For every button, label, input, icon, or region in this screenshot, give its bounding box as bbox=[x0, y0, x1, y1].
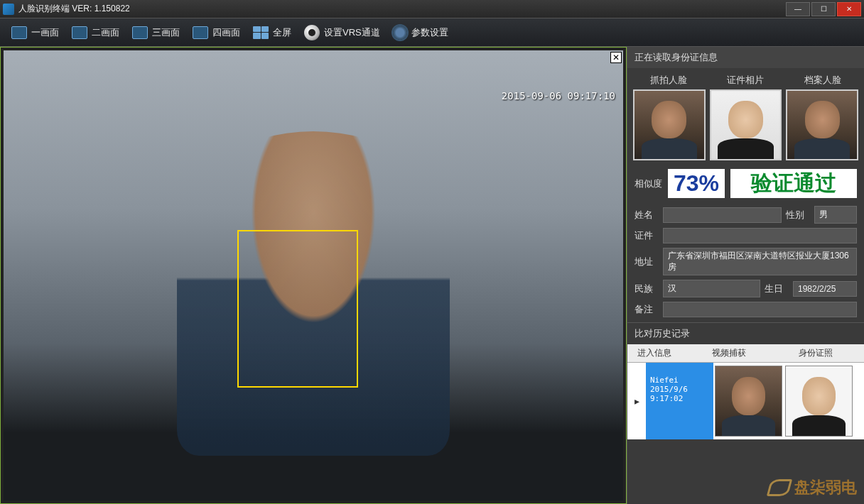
id-row: 证件 bbox=[627, 226, 864, 246]
id-reading-status: 正在读取身份证信息 bbox=[627, 47, 864, 68]
address-value: 广东省深圳市福田区深南大道特区报业大厦1306房 bbox=[663, 248, 857, 275]
remark-row: 备注 bbox=[627, 300, 864, 319]
four-pane-icon bbox=[193, 26, 208, 39]
toolbar: 一画面 二画面 三画面 四画面 全屏 设置VRS通道 参数设置 bbox=[0, 18, 864, 47]
titlebar: 人脸识别终端 VER: 1.150822 — ☐ ✕ bbox=[0, 0, 864, 18]
gender-label: 性别 bbox=[786, 209, 810, 221]
archive-face-label: 档案人脸 bbox=[804, 74, 841, 87]
main-area: 2015-09-06 09:17:10 ✕ 正在读取身份证信息 抓拍人脸 证件相… bbox=[0, 47, 864, 504]
fullscreen-button[interactable]: 全屏 bbox=[247, 23, 297, 42]
app-icon bbox=[3, 4, 14, 15]
thumbnail-row bbox=[627, 89, 864, 166]
video-timestamp: 2015-09-06 09:17:10 bbox=[502, 90, 615, 102]
face-detection-box bbox=[237, 230, 358, 388]
name-label: 姓名 bbox=[634, 209, 659, 221]
watermark: 盘柒弱电 bbox=[769, 477, 857, 498]
history-col-video: 视频捕获 bbox=[708, 346, 794, 361]
nation-value: 汉 bbox=[663, 280, 760, 297]
nation-row: 民族 汉 生日 1982/2/25 bbox=[627, 278, 864, 300]
name-row: 姓名 性别 男 bbox=[627, 204, 864, 226]
view-1-button[interactable]: 一画面 bbox=[6, 23, 65, 42]
address-row: 地址 广东省深圳市福田区深南大道特区报业大厦1306房 bbox=[627, 246, 864, 278]
close-overlay-button[interactable]: ✕ bbox=[610, 52, 622, 63]
watermark-text: 盘柒弱电 bbox=[794, 477, 857, 498]
address-label: 地址 bbox=[634, 256, 659, 268]
captured-face-thumb[interactable] bbox=[633, 89, 706, 160]
capture-face-label: 抓拍人脸 bbox=[650, 74, 687, 87]
fullscreen-icon bbox=[253, 26, 269, 39]
view-3-button[interactable]: 三画面 bbox=[126, 23, 185, 42]
close-button[interactable]: ✕ bbox=[837, 2, 861, 16]
id-photo-thumb[interactable] bbox=[710, 89, 782, 160]
maximize-button[interactable]: ☐ bbox=[811, 2, 836, 16]
similarity-row: 相似度 73% 验证通过 bbox=[627, 166, 864, 204]
history-row-indicator-icon: ▸ bbox=[634, 363, 646, 439]
id-photo-label: 证件相片 bbox=[727, 74, 764, 87]
single-pane-icon bbox=[11, 26, 27, 39]
watermark-logo-icon bbox=[767, 479, 792, 496]
archive-face-thumb[interactable] bbox=[786, 89, 858, 160]
history-columns: 进入信息 视频捕获 身份证照 bbox=[627, 344, 864, 363]
history-entry-info: Niefei 2015/9/6 9:17:02 bbox=[646, 363, 713, 439]
similarity-value: 73% bbox=[668, 169, 725, 198]
nation-label: 民族 bbox=[634, 283, 659, 295]
gender-value: 男 bbox=[814, 206, 857, 224]
remark-value bbox=[663, 302, 857, 317]
view-2-button[interactable]: 二画面 bbox=[66, 23, 125, 42]
history-col-idphoto: 身份证照 bbox=[794, 346, 858, 361]
view-4-button[interactable]: 四画面 bbox=[187, 23, 246, 42]
history-video-thumb bbox=[715, 366, 782, 437]
similarity-label: 相似度 bbox=[634, 177, 662, 190]
history-row[interactable]: ▸ Niefei 2015/9/6 9:17:02 bbox=[627, 363, 864, 439]
three-pane-icon bbox=[132, 26, 148, 39]
remark-label: 备注 bbox=[634, 303, 659, 316]
name-value bbox=[663, 207, 782, 223]
minimize-button[interactable]: — bbox=[786, 2, 810, 16]
id-label: 证件 bbox=[634, 229, 659, 242]
window-title: 人脸识别终端 VER: 1.150822 bbox=[18, 3, 130, 15]
settings-button[interactable]: 参数设置 bbox=[387, 23, 454, 43]
birth-value: 1982/2/25 bbox=[793, 281, 857, 297]
vrs-channel-button[interactable]: 设置VRS通道 bbox=[298, 22, 386, 43]
gear-icon bbox=[393, 26, 407, 40]
side-panel: 正在读取身份证信息 抓拍人脸 证件相片 档案人脸 相似度 73% 验证通过 姓名… bbox=[627, 47, 864, 504]
camera-icon bbox=[304, 25, 320, 40]
birth-label: 生日 bbox=[765, 283, 789, 295]
verification-status: 验证通过 bbox=[730, 169, 857, 198]
history-col-info: 进入信息 bbox=[633, 346, 708, 361]
history-id-thumb bbox=[785, 366, 853, 437]
video-pane[interactable]: 2015-09-06 09:17:10 ✕ bbox=[0, 47, 627, 504]
two-pane-icon bbox=[72, 26, 87, 39]
thumbnail-labels: 抓拍人脸 证件相片 档案人脸 bbox=[627, 68, 864, 89]
history-title: 比对历史记录 bbox=[627, 322, 864, 344]
id-value bbox=[663, 228, 857, 243]
window-controls: — ☐ ✕ bbox=[784, 2, 861, 16]
